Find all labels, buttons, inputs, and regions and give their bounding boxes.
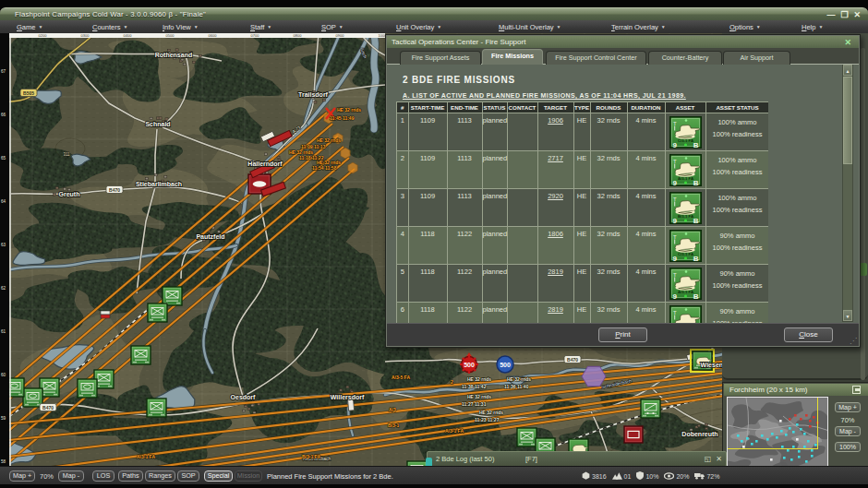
vp-marker[interactable]: 500: [497, 356, 513, 373]
cell-asset: TA/3-1 FA9B: [665, 264, 705, 302]
dialog-tabs: Fire Support AssetsFire MissionsFire Sup…: [387, 48, 859, 65]
maximize-icon[interactable]: ❒: [840, 10, 848, 19]
menu-info-view[interactable]: Info View▼: [163, 23, 199, 31]
tab-fire-support-control-center[interactable]: Fire Support Control Center: [546, 51, 646, 65]
mission-tag: 11:38 11:42: [462, 384, 487, 389]
cell-num: 1: [397, 113, 408, 150]
minimap-zoom-100-button[interactable]: 100%: [835, 442, 861, 452]
minimap-zoom-out-button[interactable]: Map -: [835, 426, 861, 436]
menu-staff[interactable]: Staff▼: [250, 23, 271, 31]
cell-num: 5: [397, 264, 408, 302]
target-link[interactable]: 2819: [548, 268, 563, 276]
menu-multi-unit-overlay[interactable]: Multi-Unit Overlay▼: [499, 23, 561, 31]
statusbar-special-button[interactable]: Special: [204, 470, 233, 482]
target-link[interactable]: 2717: [548, 154, 563, 162]
scroll-up-icon[interactable]: ▲: [843, 65, 852, 76]
cell-asset-status: 90% ammo100% readiness: [705, 302, 768, 323]
table-row[interactable]: 511181122planned2819HE32 rnds4 minsTA/3-…: [397, 264, 768, 302]
unit-counter[interactable]: [148, 304, 167, 322]
svg-text:B: B: [693, 292, 698, 300]
table-row[interactable]: 111091113planned1906HE32 rnds4 minsTC/3-…: [397, 113, 768, 150]
close-button[interactable]: Close: [784, 327, 833, 342]
mission-tag: HE 32 rnds: [467, 376, 491, 382]
statusbar-mission-button[interactable]: Mission: [235, 470, 262, 482]
mission-tag: 11:45 11:49: [330, 115, 355, 121]
unit-counter[interactable]: [691, 350, 714, 372]
mission-tag: 11:23 11:27: [475, 417, 500, 423]
restore-icon[interactable]: ◱: [705, 455, 712, 464]
cell-target: 2819: [537, 302, 573, 323]
window-title: Flashpoint Campaigns Cold War - 3.0.0.90…: [15, 8, 206, 21]
ammo-status: 90% ammo: [706, 305, 769, 317]
unit-counter[interactable]: [517, 428, 536, 446]
minimize-icon[interactable]: —: [826, 10, 835, 19]
statusbar-ranges-button[interactable]: Ranges: [145, 470, 175, 482]
ruler-label: 0500: [166, 33, 175, 38]
scroll-down-icon[interactable]: ▼: [843, 310, 852, 321]
unit-counter[interactable]: [23, 388, 42, 407]
log-bar[interactable]: 2 Bde Log (last 50) [F7] ◱ ✕: [427, 451, 727, 467]
statusbar-paths-button[interactable]: Paths: [118, 470, 143, 482]
statusbar-map--button[interactable]: Map -: [58, 470, 84, 482]
sidebar-scrollbar[interactable]: [861, 48, 865, 380]
ruler-label: 0600: [209, 33, 218, 38]
statusbar-los-button[interactable]: LOS: [92, 470, 115, 482]
cell-duration: 4 mins: [627, 188, 665, 226]
road-shield: B470: [40, 404, 56, 411]
minimap-image[interactable]: [727, 397, 828, 472]
target-link[interactable]: 2819: [548, 305, 563, 314]
ruler-label: 0800: [294, 33, 303, 38]
statusbar-map--button[interactable]: Map +: [9, 470, 35, 482]
cell-start: 1109: [408, 150, 447, 188]
menu-unit-overlay[interactable]: Unit Overlay▼: [396, 23, 441, 31]
menu-counters[interactable]: Counters▼: [92, 23, 127, 31]
resize-grip[interactable]: ⋰: [850, 337, 857, 345]
cell-end: 1113: [447, 188, 482, 226]
statusbar-sop-button[interactable]: SOP: [177, 470, 199, 482]
target-link[interactable]: 1806: [548, 230, 563, 238]
minimap-header[interactable]: Forchheim (20 x 15 km): [724, 384, 868, 396]
chevron-down-icon: ▼: [818, 24, 823, 30]
enemy-counter[interactable]: [624, 426, 643, 443]
road-shield: B505: [20, 89, 37, 97]
minimap-viewport[interactable]: [727, 397, 818, 449]
close-icon[interactable]: ✕: [853, 10, 861, 19]
target-link[interactable]: 2920: [548, 192, 563, 200]
menu-game[interactable]: Game▼: [17, 23, 42, 31]
dialog-scrollbar[interactable]: ▲ ▼: [842, 65, 853, 322]
window-titlebar[interactable]: Flashpoint Campaigns Cold War - 3.0.0.90…: [0, 7, 868, 20]
close-log-icon[interactable]: ✕: [716, 455, 722, 464]
menu-help[interactable]: Help▼: [802, 23, 823, 31]
menu-bar: Game▼Counters▼Info View▼Staff▼SOP▼Unit O…: [0, 20, 868, 33]
minimap-detach-icon[interactable]: [852, 386, 861, 394]
map-label: Schnaid: [145, 121, 170, 127]
readiness-status: 100% readiness: [706, 204, 769, 216]
indicator-value: 01: [624, 473, 632, 480]
table-row[interactable]: 211091113planned2717HE32 rnds4 minsTA/3-…: [397, 150, 768, 188]
dialog-subheading: A. LIST OF ACTIVE AND PLANNED FIRE MISSI…: [403, 92, 686, 99]
menu-terrain-overlay[interactable]: Terrain Overlay▼: [611, 23, 666, 31]
tab-air-support[interactable]: Air Support: [723, 51, 790, 65]
menu-options[interactable]: Options▼: [729, 23, 761, 31]
tab-counter-battery[interactable]: Counter-Battery: [648, 51, 722, 65]
svg-text:B: B: [693, 216, 698, 224]
print-button[interactable]: Print: [598, 327, 647, 342]
table-row[interactable]: 411181122planned1806HE32 rnds4 minsTC/3-…: [397, 226, 768, 264]
unit-counter[interactable]: [131, 346, 151, 364]
tab-fire-missions[interactable]: Fire Missions: [482, 49, 543, 65]
scrollbar-thumb[interactable]: [843, 77, 852, 164]
table-row[interactable]: 311091113planned2920HE32 rnds4 minsTB/3-…: [397, 188, 768, 226]
cell-asset: TC/3-1 FA9B: [665, 226, 705, 264]
unit-counter[interactable]: [163, 287, 182, 305]
minimap-zoom-in-button[interactable]: Map +: [835, 402, 861, 412]
menu-sop[interactable]: SOP▼: [321, 23, 344, 31]
tab-fire-support-assets[interactable]: Fire Support Assets: [400, 51, 481, 65]
cell-num: 3: [397, 188, 408, 226]
target-link[interactable]: 1906: [548, 116, 563, 125]
unit-counter[interactable]: [641, 399, 660, 418]
chevron-down-icon: ▼: [267, 24, 271, 30]
table-row[interactable]: 611181122planned2819HE32 rnds4 minsTB/3-…: [397, 302, 768, 323]
dialog-titlebar[interactable]: Tactical Operations Center - Fire Suppor…: [387, 36, 859, 48]
unit-counter[interactable]: [78, 379, 97, 398]
unit-counter[interactable]: [147, 399, 166, 417]
